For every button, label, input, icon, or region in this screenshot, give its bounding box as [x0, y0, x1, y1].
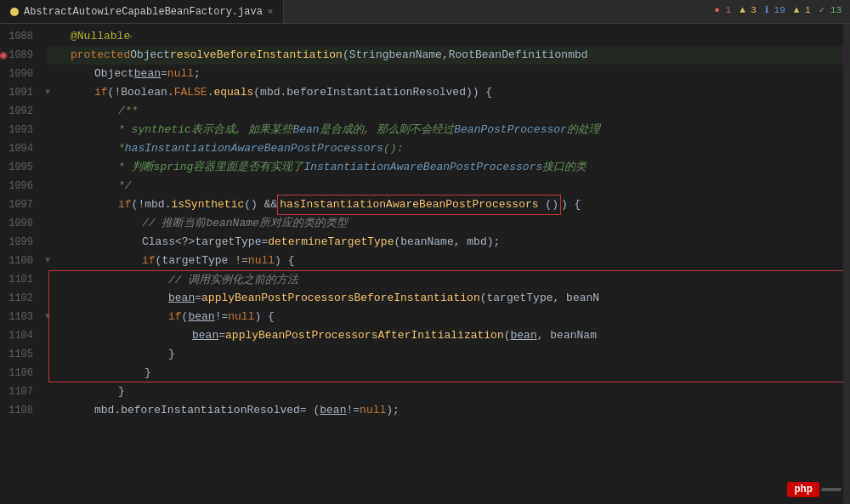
editor-area: 1088 ◉ 1089 1090 1091 ▼ 1092 1093 1094 1… [0, 24, 850, 504]
info-count: ℹ 19 [765, 4, 785, 15]
code-line-1104: bean = applyBeanPostProcessorsAfterIniti… [48, 326, 850, 345]
code-line-1093: * synthetic表示合成, 如果某些Bean是合成的, 那么则不会经过Be… [47, 121, 850, 139]
line-num-1101: 1101 [0, 270, 40, 289]
warning2-count: ▲ 1 [794, 5, 811, 15]
line-num-1090: 1090 [0, 65, 40, 83]
line-num-1098: 1098 [0, 214, 40, 233]
error-count: ● 1 [714, 5, 731, 15]
code-line-1095: * 判断spring容器里面是否有实现了InstantiationAwareBe… [47, 158, 850, 177]
code-line-1098: // 推断当前beanName所对应的类的类型 [47, 214, 850, 233]
check-count: ✓ 13 [819, 4, 842, 15]
code-line-1097: if (! mbd . isSynthetic () && hasInstant… [47, 195, 850, 214]
line-num-1107: 1107 [0, 382, 40, 401]
line-num-1103: 1103 ▼ [0, 308, 40, 326]
line-num-1092: 1092 [0, 102, 40, 121]
warning-count: ▲ 3 [740, 5, 756, 15]
line-num-1108: 1108 [0, 401, 40, 420]
code-line-1101: // 调用实例化之前的方法 [48, 270, 850, 289]
line-num-1106: 1106 [0, 364, 40, 382]
line-num-1097: 1097 [0, 195, 40, 214]
php-badge: php [787, 482, 842, 497]
code-content: @Nullable protected Object resolveBefore… [47, 24, 850, 504]
line-num-1100: 1100 ▼ [0, 252, 40, 270]
line-num-1102: 1102 [0, 289, 40, 308]
editor-window: AbstractAutowireCapableBeanFactory.java … [0, 0, 850, 504]
code-line-1092: /** [47, 102, 850, 121]
code-line-1100: if (targetType != null ) { [47, 252, 850, 270]
code-line-1105: } [48, 345, 850, 364]
php-label: php [787, 482, 819, 497]
code-line-1102: bean = applyBeanPostProcessorsBeforeInst… [48, 289, 850, 308]
tab-label: AbstractAutowireCapableBeanFactory.java [24, 6, 263, 18]
line-num-1091: 1091 ▼ [0, 83, 40, 102]
highlight-method: hasInstantiationAwareBeanPostProcessors … [277, 195, 561, 215]
tab-bar: AbstractAutowireCapableBeanFactory.java … [0, 0, 850, 24]
code-line-1091: if (! Boolean . FALSE . equals (mbd. bef… [47, 83, 850, 102]
line-num-1094: 1094 [0, 139, 40, 158]
line-num-1099: 1099 [0, 233, 40, 252]
line-num-1095: 1095 [0, 158, 40, 177]
code-line-1090: Object bean = null ; [47, 65, 850, 83]
line-num-1096: 1096 [0, 177, 40, 195]
code-line-1099: Class <?> targetType = determineTargetTy… [47, 233, 850, 252]
code-line-1107: } [47, 382, 850, 401]
code-line-1108: mbd . beforeInstantiationResolved = ( be… [47, 401, 850, 420]
status-icons: ● 1 ▲ 3 ℹ 19 ▲ 1 ✓ 13 [714, 4, 842, 15]
code-line-1106: } [48, 364, 850, 382]
scrollbar[interactable] [843, 24, 850, 504]
code-line-1089: protected Object resolveBeforeInstantiat… [47, 46, 850, 65]
line-num-1093: 1093 [0, 121, 40, 139]
line-num-1104: 1104 [0, 326, 40, 345]
code-line-1088: @Nullable [47, 27, 850, 46]
code-line-1096: */ [47, 177, 850, 195]
tab-close[interactable]: × [268, 7, 274, 17]
php-extra [821, 488, 842, 491]
editor-tab[interactable]: AbstractAutowireCapableBeanFactory.java … [0, 0, 284, 23]
code-line-1094: * hasInstantiationAwareBeanPostProcessor… [47, 139, 850, 158]
line-numbers: 1088 ◉ 1089 1090 1091 ▼ 1092 1093 1094 1… [0, 24, 47, 504]
line-num-1088: 1088 [0, 27, 40, 46]
line-num-1089: ◉ 1089 [0, 46, 40, 65]
line-num-1105: 1105 [0, 345, 40, 364]
code-line-1103: if ( bean != null ) { [48, 308, 850, 326]
